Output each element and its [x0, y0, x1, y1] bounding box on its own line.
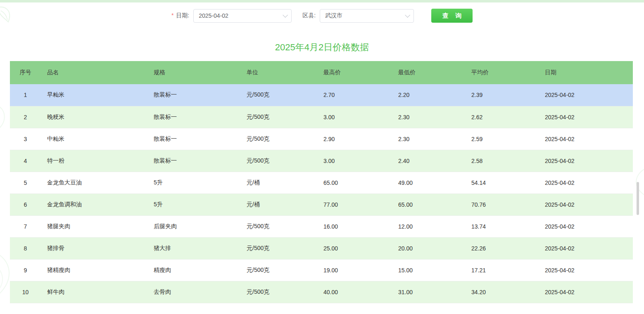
table-cell: 5升: [147, 172, 240, 194]
page-title: 2025年4月2日价格数据: [0, 41, 644, 54]
table-cell: 8: [10, 237, 41, 259]
table-cell: 12.00: [392, 215, 465, 237]
table-row[interactable]: 6金龙鱼调和油5升元/桶77.0065.0070.762025-04-02: [10, 194, 633, 215]
table-cell: 2.20: [392, 84, 465, 106]
table-row[interactable]: 8猪排骨猪大排元/500克25.0020.0022.262025-04-02: [10, 237, 633, 259]
table-cell: 中籼米: [41, 128, 147, 150]
table-cell: 77.00: [317, 194, 392, 215]
table-cell: 早籼米: [41, 84, 147, 106]
table-cell: 3.00: [317, 150, 392, 172]
table-cell: 去骨肉: [147, 281, 240, 303]
table-cell: 元/500克: [240, 128, 317, 150]
table-row[interactable]: 5金龙鱼大豆油5升元/桶65.0049.0054.142025-04-02: [10, 172, 633, 194]
table-cell: 49.00: [392, 172, 465, 194]
table-cell: 25.00: [317, 237, 392, 259]
district-select[interactable]: 武汉市: [320, 9, 414, 23]
table-cell: 2.90: [317, 128, 392, 150]
table-cell: 2.40: [392, 150, 465, 172]
table-row[interactable]: 2晚粳米散装标一元/500克3.002.302.622025-04-02: [10, 106, 633, 128]
filter-bar: * 日期: 2025-04-02 区县: 武汉市 查 询: [0, 9, 644, 23]
table-row[interactable]: 1早籼米散装标一元/500克2.702.202.392025-04-02: [10, 84, 633, 106]
column-header: 最低价: [392, 61, 465, 84]
table-cell: 元/桶: [240, 172, 317, 194]
date-filter-label: * 日期:: [171, 12, 189, 19]
district-select-value: 武汉市: [325, 12, 342, 19]
table-row[interactable]: 7猪腿夹肉后腿夹肉元/500克16.0012.0013.742025-04-02: [10, 215, 633, 237]
table-header: 序号品名规格单位最高价最低价平均价日期: [10, 61, 633, 84]
table-cell: 3: [10, 128, 41, 150]
table-cell: 9: [10, 259, 41, 281]
table-cell: 2025-04-02: [539, 128, 633, 150]
column-header: 序号: [10, 61, 41, 84]
table-cell: 2: [10, 106, 41, 128]
table-cell: 22.26: [465, 237, 539, 259]
table-cell: 20.00: [392, 237, 465, 259]
date-select-value: 2025-04-02: [199, 12, 228, 19]
table-cell: 2025-04-02: [539, 150, 633, 172]
table-cell: 15.00: [392, 259, 465, 281]
table-cell: 16.00: [317, 215, 392, 237]
table-cell: 猪腿夹肉: [41, 215, 147, 237]
table-cell: 元/500克: [240, 259, 317, 281]
table-cell: 散装标一: [147, 128, 240, 150]
table-cell: 2025-04-02: [539, 84, 633, 106]
column-header: 日期: [539, 61, 633, 84]
table-cell: 散装标一: [147, 84, 240, 106]
table-row[interactable]: 10鲜牛肉去骨肉元/500克40.0031.0034.202025-04-02: [10, 281, 633, 303]
table-cell: 元/500克: [240, 84, 317, 106]
table-cell: 54.14: [465, 172, 539, 194]
table-cell: 2.62: [465, 106, 539, 128]
table-cell: 散装标一: [147, 106, 240, 128]
chevron-down-icon: [405, 12, 410, 18]
table-cell: 2025-04-02: [539, 172, 633, 194]
table-cell: 2.58: [465, 150, 539, 172]
table-cell: 散装标一: [147, 150, 240, 172]
date-select[interactable]: 2025-04-02: [193, 9, 292, 23]
required-asterisk: *: [171, 12, 173, 19]
query-button[interactable]: 查 询: [431, 9, 473, 23]
table-cell: 2025-04-02: [539, 215, 633, 237]
table-cell: 元/500克: [240, 237, 317, 259]
table-cell: 3.00: [317, 106, 392, 128]
table-cell: 2.39: [465, 84, 539, 106]
column-header: 最高价: [317, 61, 392, 84]
table-cell: 猪精瘦肉: [41, 259, 147, 281]
table-cell: 猪大排: [147, 237, 240, 259]
table-body: 1早籼米散装标一元/500克2.702.202.392025-04-022晚粳米…: [10, 84, 633, 303]
table-cell: 2025-04-02: [539, 194, 633, 215]
table-cell: 金龙鱼调和油: [41, 194, 147, 215]
table-cell: 金龙鱼大豆油: [41, 172, 147, 194]
table-cell: 猪排骨: [41, 237, 147, 259]
table-cell: 晚粳米: [41, 106, 147, 128]
table-cell: 70.76: [465, 194, 539, 215]
chevron-down-icon: [283, 12, 288, 18]
column-header: 品名: [41, 61, 147, 84]
table-cell: 2025-04-02: [539, 106, 633, 128]
table-cell: 2025-04-02: [539, 281, 633, 303]
column-header: 平均价: [465, 61, 539, 84]
column-header: 规格: [147, 61, 240, 84]
table-cell: 19.00: [317, 259, 392, 281]
scrollbar-thumb[interactable]: [637, 182, 639, 215]
table-cell: 31.00: [392, 281, 465, 303]
table-cell: 40.00: [317, 281, 392, 303]
table-cell: 2.30: [392, 128, 465, 150]
table-cell: 10: [10, 281, 41, 303]
table-cell: 5: [10, 172, 41, 194]
table-cell: 元/500克: [240, 215, 317, 237]
header-row: 序号品名规格单位最高价最低价平均价日期: [10, 61, 633, 84]
district-filter-label: 区县:: [302, 12, 316, 19]
table-cell: 34.20: [465, 281, 539, 303]
table-cell: 17.21: [465, 259, 539, 281]
table-row[interactable]: 9猪精瘦肉精瘦肉元/500克19.0015.0017.212025-04-02: [10, 259, 633, 281]
table-cell: 元/500克: [240, 106, 317, 128]
table-cell: 2025-04-02: [539, 259, 633, 281]
table-cell: 2025-04-02: [539, 237, 633, 259]
table-cell: 特一粉: [41, 150, 147, 172]
table-row[interactable]: 3中籼米散装标一元/500克2.902.302.592025-04-02: [10, 128, 633, 150]
table-row[interactable]: 4特一粉散装标一元/500克3.002.402.582025-04-02: [10, 150, 633, 172]
table-cell: 65.00: [317, 172, 392, 194]
table-cell: 元/500克: [240, 150, 317, 172]
table-cell: 精瘦肉: [147, 259, 240, 281]
table-cell: 元/桶: [240, 194, 317, 215]
